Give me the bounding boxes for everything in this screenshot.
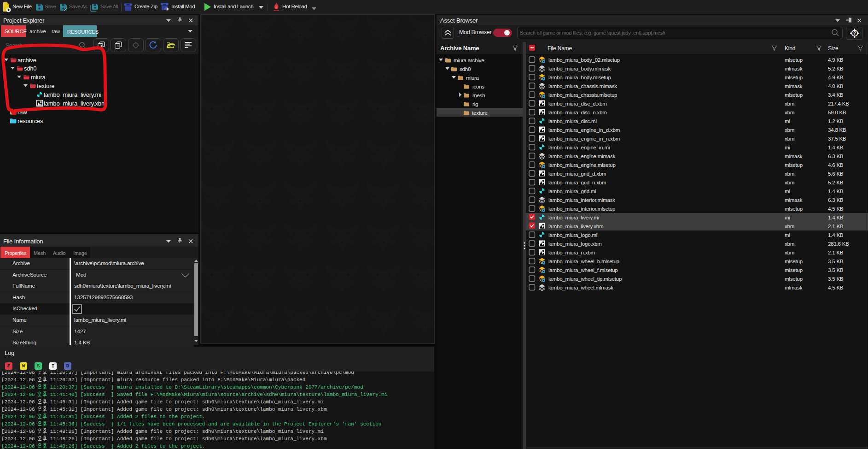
svg-text:?: ? xyxy=(853,30,856,36)
